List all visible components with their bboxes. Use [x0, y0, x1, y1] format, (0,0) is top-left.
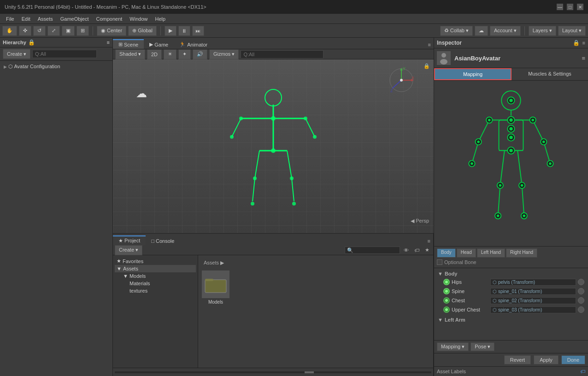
hand-tool[interactable]: ✋: [2, 26, 17, 36]
svg-point-54: [531, 118, 534, 121]
move-tool[interactable]: ✜: [19, 26, 31, 36]
tag-icon[interactable]: 🏷: [412, 247, 421, 253]
assets-arrow-icon: ▼: [117, 266, 122, 271]
cloud-button[interactable]: ☁: [475, 26, 488, 36]
pause-button[interactable]: ⏸: [178, 26, 190, 36]
sidebar-item-favorites[interactable]: ★ Favorites: [115, 257, 196, 265]
sidebar-item-materials[interactable]: Materials: [115, 280, 196, 287]
spine-value[interactable]: ⬡ spine_01 (Transform): [490, 288, 576, 295]
tab-console[interactable]: □ Console: [146, 237, 180, 245]
account-button[interactable]: Account ▾: [490, 26, 521, 36]
rect-tool[interactable]: ▣: [62, 26, 75, 36]
svg-point-28: [251, 202, 254, 206]
inspector-options-icon[interactable]: ≡: [582, 40, 585, 46]
transform-tool[interactable]: ⊞: [76, 26, 89, 36]
done-button[interactable]: Done: [561, 355, 585, 364]
sidebar-item-models[interactable]: ▼ Models: [115, 272, 196, 280]
layers-button[interactable]: Layers ▾: [529, 26, 556, 36]
scene-tabs: ⊞ Scene ▶ Game 🏃 Animator ≡: [113, 38, 434, 49]
asset-labels-title: Asset Labels: [437, 369, 466, 374]
hierarchy-search-input[interactable]: [32, 50, 97, 58]
avatar-config-label: ⬡ Avatar Configuration: [8, 64, 60, 70]
scene-view[interactable]: Y X Z: [113, 59, 434, 233]
lighting-button[interactable]: ☀: [164, 49, 176, 59]
hierarchy-options-icon[interactable]: ≡: [107, 40, 110, 45]
body-select-body[interactable]: Body: [437, 248, 456, 258]
menu-component[interactable]: Component: [92, 15, 126, 23]
tab-scene[interactable]: ⊞ Scene: [113, 39, 144, 49]
hips-value-text: pelvis (Transform): [498, 280, 535, 285]
menu-file[interactable]: File: [2, 15, 18, 23]
step-button[interactable]: ⏭: [192, 26, 204, 36]
hips-circle-btn[interactable]: [578, 279, 584, 285]
revert-button[interactable]: Revert: [504, 355, 531, 364]
upper-chest-circle-btn[interactable]: [578, 306, 584, 313]
asset-labels-icon[interactable]: 🏷: [580, 369, 585, 374]
fx-button[interactable]: ✦: [178, 49, 191, 59]
pose-dropdown-button[interactable]: Pose ▾: [470, 342, 494, 351]
inspector-lock-icon[interactable]: 🔒: [573, 40, 580, 46]
center-column: ⊞ Scene ▶ Game 🏃 Animator ≡ Shaded ▾ 2D …: [113, 38, 434, 376]
scene-gizmo[interactable]: Y X Z: [388, 66, 415, 94]
mapping-dropdown-button[interactable]: Mapping ▾: [437, 342, 469, 351]
menu-edit[interactable]: Edit: [18, 15, 34, 23]
global-button[interactable]: ⊕ Global: [128, 26, 157, 36]
body-select-right-hand[interactable]: Right Hand: [506, 248, 537, 258]
chest-value[interactable]: ⬡ spine_02 (Transform): [490, 297, 576, 304]
close-button[interactable]: ✕: [577, 4, 583, 10]
menu-gameobject[interactable]: GameObject: [57, 15, 93, 23]
audio-button[interactable]: 🔊: [193, 49, 207, 59]
inspector-avatar-options[interactable]: ≡: [582, 55, 585, 62]
scene-lock-icon[interactable]: 🔒: [423, 63, 430, 69]
maximize-button[interactable]: □: [567, 4, 573, 10]
sidebar-item-assets[interactable]: ▼ Assets: [115, 265, 196, 272]
spine-value-icon: ⬡: [493, 289, 497, 294]
collab-button[interactable]: ♻ Collab ▾: [440, 26, 473, 36]
menu-assets[interactable]: Assets: [34, 15, 57, 23]
separator-1: [93, 26, 93, 35]
tab-game[interactable]: ▶ Game: [144, 40, 174, 49]
tab-project[interactable]: ★ Project: [113, 235, 146, 245]
project-panel-options[interactable]: ≡: [425, 237, 433, 245]
tab-animator[interactable]: 🏃 Animator: [174, 40, 213, 49]
tree-item-avatar-config[interactable]: ▶ ⬡ Avatar Configuration: [2, 63, 111, 70]
left-arm-section-header[interactable]: ▼ Left Arm: [436, 316, 586, 323]
center-button[interactable]: ◉ Center: [97, 26, 126, 36]
minimize-button[interactable]: —: [557, 4, 563, 10]
2d-button[interactable]: 2D: [147, 49, 162, 59]
scene-panel-options[interactable]: ≡: [425, 41, 434, 49]
tab-mapping[interactable]: Mapping: [434, 68, 512, 80]
star-icon[interactable]: ★: [423, 247, 431, 253]
apply-button[interactable]: Apply: [534, 355, 559, 364]
project-create-button[interactable]: Create ▾: [115, 245, 142, 255]
menubar: File Edit Assets GameObject Component Wi…: [0, 14, 588, 24]
layout-button[interactable]: Layout ▾: [558, 26, 586, 36]
body-select-left-hand[interactable]: Left Hand: [477, 248, 505, 258]
hierarchy-lock-icon[interactable]: 🔒: [28, 39, 35, 46]
menu-window[interactable]: Window: [126, 15, 151, 23]
spine-circle-btn[interactable]: [578, 288, 584, 294]
shaded-dropdown[interactable]: Shaded ▾: [115, 49, 145, 59]
sidebar-item-textures[interactable]: textures: [115, 287, 196, 294]
project-search-input[interactable]: [345, 247, 400, 254]
scale-tool[interactable]: ⤢: [47, 26, 60, 36]
gizmos-dropdown[interactable]: Gizmos ▾: [209, 49, 239, 59]
project-scrollbar[interactable]: [115, 371, 431, 373]
body-select-head[interactable]: Head: [457, 248, 476, 258]
tab-muscles-settings[interactable]: Muscles & Settings: [512, 68, 588, 80]
scene-toolbar: Shaded ▾ 2D ☀ ✦ 🔊 Gizmos ▾: [113, 49, 434, 59]
optional-bone-checkbox[interactable]: [437, 259, 442, 265]
menu-help[interactable]: Help: [151, 15, 169, 23]
svg-point-48: [509, 99, 513, 102]
svg-point-32: [441, 53, 446, 58]
models-asset-item[interactable]: Models: [202, 270, 229, 305]
chest-circle-btn[interactable]: [578, 297, 584, 304]
rotate-tool[interactable]: ↺: [33, 26, 46, 36]
hierarchy-create-button[interactable]: Create ▾: [3, 49, 30, 59]
upper-chest-value[interactable]: ⬡ spine_03 (Transform): [490, 306, 576, 313]
scene-search-input[interactable]: [241, 50, 323, 59]
body-section-header[interactable]: ▼ Body: [436, 270, 586, 277]
eye-icon[interactable]: 👁: [402, 247, 411, 253]
hips-value[interactable]: ⬡ pelvis (Transform): [490, 279, 576, 286]
play-button[interactable]: ▶: [165, 26, 176, 36]
